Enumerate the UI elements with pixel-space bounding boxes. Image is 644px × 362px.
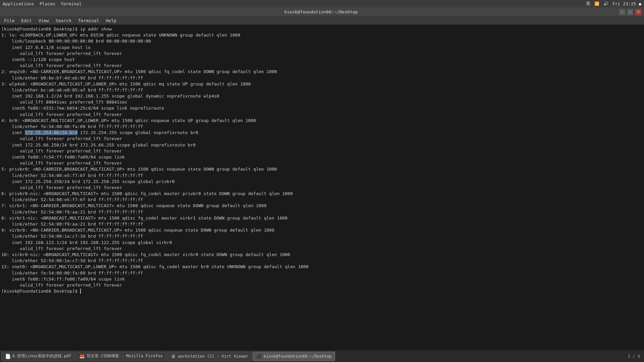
pdf-icon: 📄 <box>5 354 10 359</box>
terminal-menu[interactable]: Terminal <box>61 1 82 6</box>
taskbar-item-terminal[interactable]: ⬛ kiosk@foundation66:~/Desktop <box>253 352 335 361</box>
taskbar-label-virt: workstation (1) - Virt Viewer <box>178 354 249 359</box>
places-menu[interactable]: Places <box>40 1 55 6</box>
window-title: kiosk@foundation66:~/Desktop <box>23 9 619 14</box>
title-bar: kiosk@foundation66:~/Desktop ─ □ ✕ <box>0 7 644 17</box>
taskbar-page-indicator: 1 / 4 <box>628 354 643 359</box>
terminal-window: kiosk@foundation66:~/Desktop ─ □ ✕ File … <box>0 7 644 350</box>
taskbar-item-pdf[interactable]: 📄 6.管理Linux系统中的进程.pdf <box>1 352 75 361</box>
terminal-taskbar-icon: ⬛ <box>256 354 262 359</box>
datetime: Fri 23:25 ● <box>612 1 641 6</box>
menu-file[interactable]: File <box>1 17 17 24</box>
virt-icon: 🖥 <box>171 354 176 359</box>
firefox-icon: 🦊 <box>79 354 85 359</box>
taskbar: 📄 6.管理Linux系统中的进程.pdf 🦊 写文章-CSDN博客 - Moz… <box>0 350 644 362</box>
window-controls: ─ □ ✕ <box>619 9 641 15</box>
menu-search[interactable]: Search <box>53 17 74 24</box>
system-bar-left: Applications Places Terminal <box>3 1 82 6</box>
maximize-button[interactable]: □ <box>627 9 633 15</box>
menu-bar: File Edit View Search Terminal Help <box>0 17 644 25</box>
volume-icon: 🔊 <box>603 1 608 6</box>
taskbar-label-terminal: kiosk@foundation66:~/Desktop <box>264 354 331 359</box>
language-indicator: 英 <box>586 1 590 7</box>
menu-view[interactable]: View <box>36 17 52 24</box>
taskbar-label-pdf: 6.管理Linux系统中的进程.pdf <box>12 353 71 359</box>
taskbar-item-firefox[interactable]: 🦊 写文章-CSDN博客 - Mozilla Firefox <box>75 352 166 361</box>
system-bar: Applications Places Terminal 英 📶 🔊 Fri 2… <box>0 0 644 7</box>
applications-menu[interactable]: Applications <box>3 1 34 6</box>
minimize-button[interactable]: ─ <box>619 9 625 15</box>
taskbar-label-firefox: 写文章-CSDN博客 - Mozilla Firefox <box>87 353 162 359</box>
menu-edit[interactable]: Edit <box>18 17 34 24</box>
system-bar-right: 英 📶 🔊 Fri 23:25 ● <box>586 1 641 7</box>
terminal-content[interactable]: [kiosk@foundation66 Desktop]$ ip addr sh… <box>0 25 644 350</box>
close-button[interactable]: ✕ <box>635 9 641 15</box>
terminal-line-1: [kiosk@foundation66 Desktop]$ ip addr sh… <box>1 26 309 294</box>
menu-terminal[interactable]: Terminal <box>75 17 102 24</box>
taskbar-item-virt[interactable]: 🖥 workstation (1) - Virt Viewer <box>167 352 252 361</box>
network-icon: 📶 <box>594 1 599 6</box>
menu-help[interactable]: Help <box>103 17 119 24</box>
